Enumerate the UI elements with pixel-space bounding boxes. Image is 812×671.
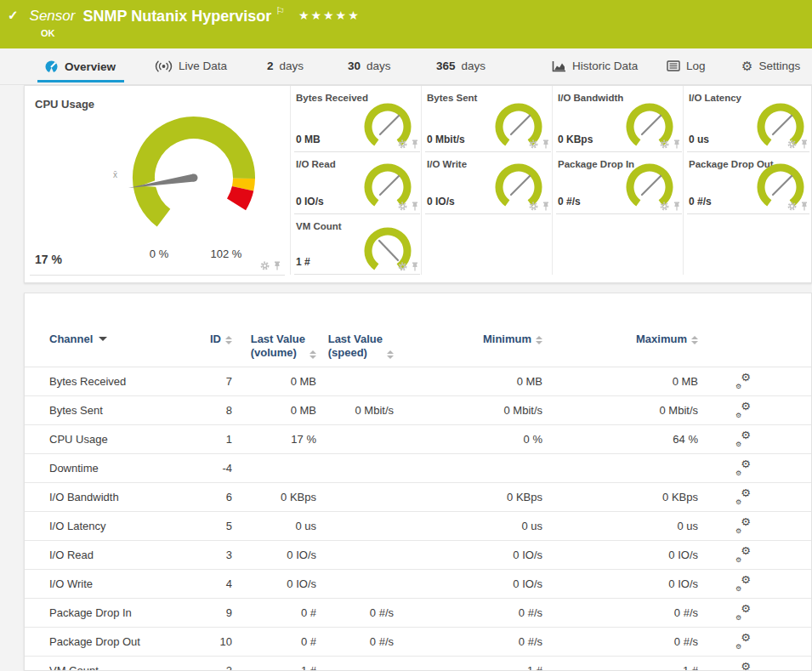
tab-365-days[interactable]: 365 days: [436, 60, 485, 72]
channel-name[interactable]: VM Count: [49, 664, 198, 671]
channel-name[interactable]: Package Drop Out: [49, 635, 198, 648]
gear-icon: ⚙: [741, 547, 751, 557]
tab-settings[interactable]: ⚙ Settings: [741, 60, 800, 72]
gear-icon[interactable]: [660, 139, 669, 149]
pin-icon[interactable]: [411, 139, 419, 149]
priority-stars[interactable]: ★★★★★: [298, 7, 361, 24]
pin-icon[interactable]: [673, 202, 681, 211]
channel-settings-button[interactable]: ⚙⚙: [734, 402, 752, 417]
table-row[interactable]: Bytes Received70 MB0 MB0 MB⚙⚙: [25, 367, 811, 396]
gauge-cell-i-o-bandwidth[interactable]: I/O Bandwidth0 KBps: [556, 86, 684, 152]
gauge-value: 1 #: [296, 256, 310, 268]
channel-settings-button[interactable]: ⚙⚙: [734, 547, 752, 561]
gear-icon: ⚙: [735, 383, 741, 390]
channel-settings-button[interactable]: ⚙⚙: [734, 489, 752, 503]
gauge-title: CPU Usage: [35, 98, 94, 111]
pin-icon[interactable]: [673, 139, 681, 149]
gear-icon[interactable]: [529, 139, 538, 149]
gear-icon[interactable]: [787, 202, 797, 211]
channel-settings-button[interactable]: ⚙⚙: [734, 460, 752, 475]
gauge-cell-i-o-write[interactable]: I/O Write0 IO/s: [425, 152, 553, 214]
channel-name[interactable]: I/O Read: [49, 549, 198, 561]
last-value-volume: 0 us: [232, 520, 316, 532]
gauge-cell-package-drop-out[interactable]: Package Drop Out0 #/s: [687, 152, 811, 214]
sort-icon: [691, 336, 698, 344]
gauge-cell-package-drop-in[interactable]: Package Drop In0 #/s: [556, 152, 684, 214]
tab-number: 30: [348, 60, 361, 72]
column-header-id[interactable]: ID: [198, 333, 232, 345]
maximum-value: 0 #/s: [542, 606, 698, 619]
tab-live-data[interactable]: Live Data: [155, 60, 227, 72]
tab-log[interactable]: Log: [667, 60, 706, 72]
maximum-value: 0 IO/s: [542, 577, 698, 590]
gauge-cell-i-o-read[interactable]: I/O Read0 IO/s: [294, 152, 422, 214]
maximum-value: 0 Mbit/s: [542, 404, 698, 417]
table-row[interactable]: CPU Usage117 %0 %64 %⚙⚙: [25, 425, 811, 454]
gear-icon[interactable]: [398, 262, 407, 271]
column-header-last-value-speed[interactable]: Last Value (speed): [316, 333, 394, 360]
table-row[interactable]: I/O Bandwidth60 KBps0 KBps0 KBps⚙⚙: [25, 483, 811, 512]
historic-chart-icon: [552, 60, 566, 72]
table-row[interactable]: I/O Read30 IO/s0 IO/s0 IO/s⚙⚙: [25, 541, 811, 570]
channel-settings-button[interactable]: ⚙⚙: [734, 634, 752, 648]
tab-overview[interactable]: Overview: [44, 60, 116, 74]
column-header-channel[interactable]: Channel: [49, 333, 198, 345]
gear-icon: ⚙: [741, 402, 751, 412]
pin-icon[interactable]: [542, 139, 550, 149]
cell-divider: [30, 275, 285, 276]
table-row[interactable]: Package Drop Out100 #0 #/s0 #/s0 #/s⚙⚙: [25, 628, 811, 657]
table-row[interactable]: Downtime-4⚙⚙: [25, 454, 811, 483]
table-row[interactable]: Package Drop In90 #0 #/s0 #/s0 #/s⚙⚙: [25, 599, 811, 628]
tab-2-days[interactable]: 2 days: [267, 60, 304, 72]
channel-id: 5: [198, 520, 232, 532]
channel-settings-button[interactable]: ⚙⚙: [734, 431, 752, 446]
gear-icon: ⚙: [741, 634, 751, 644]
flag-icon[interactable]: ⚐: [275, 5, 285, 17]
gear-icon[interactable]: [260, 261, 270, 270]
gear-icon: ⚙: [741, 662, 751, 671]
pin-icon[interactable]: [800, 139, 809, 149]
minimum-value: 0 #/s: [394, 606, 542, 619]
gauge-cell-i-o-latency[interactable]: I/O Latency0 us: [687, 86, 811, 152]
last-value-volume: 0 MB: [232, 375, 316, 388]
gear-icon[interactable]: [787, 139, 797, 149]
pin-icon[interactable]: [411, 262, 419, 271]
gear-icon[interactable]: [398, 139, 407, 149]
channel-name[interactable]: Package Drop In: [49, 606, 198, 619]
channel-settings-button[interactable]: ⚙⚙: [734, 576, 752, 590]
channel-name[interactable]: Bytes Received: [49, 375, 198, 388]
table-row[interactable]: I/O Latency50 us0 us0 us⚙⚙: [25, 512, 811, 541]
last-value-volume: 0 KBps: [232, 491, 316, 503]
channel-name[interactable]: Bytes Sent: [49, 404, 198, 417]
table-row[interactable]: I/O Write40 IO/s0 IO/s0 IO/s⚙⚙: [25, 570, 811, 599]
tab-30-days[interactable]: 30 days: [348, 60, 391, 72]
pin-icon[interactable]: [800, 202, 809, 211]
channel-settings-button[interactable]: ⚙⚙: [734, 605, 752, 619]
channel-name[interactable]: CPU Usage: [49, 433, 198, 446]
channel-name[interactable]: I/O Bandwidth: [49, 491, 198, 503]
channel-settings-button[interactable]: ⚙⚙: [734, 518, 752, 532]
sort-icon: [309, 350, 316, 359]
channel-name[interactable]: I/O Write: [49, 577, 198, 590]
pin-icon[interactable]: [273, 261, 281, 270]
gauge-cell-vm-count[interactable]: VM Count1 #: [294, 214, 422, 275]
channel-name[interactable]: I/O Latency: [49, 520, 198, 532]
channel-name[interactable]: Downtime: [49, 462, 198, 475]
gauge-cell-bytes-sent[interactable]: Bytes Sent0 Mbit/s: [425, 86, 553, 152]
pin-icon[interactable]: [411, 202, 419, 211]
gauge-cell-cpu-usage[interactable]: CPU Usage x̄ 0 % 102 % 17 %: [25, 86, 290, 284]
tab-historic-data[interactable]: Historic Data: [552, 60, 638, 72]
channel-settings-button[interactable]: ⚙⚙: [734, 373, 752, 388]
maximum-value: 1 #: [542, 664, 698, 671]
table-row[interactable]: VM Count21 #1 #1 #⚙⚙: [25, 657, 811, 671]
gauge-cell-bytes-received[interactable]: Bytes Received0 MB: [294, 86, 422, 152]
column-header-last-value-volume[interactable]: Last Value (volume): [232, 333, 316, 360]
table-row[interactable]: Bytes Sent80 MB0 Mbit/s0 Mbit/s0 Mbit/s⚙…: [25, 396, 811, 425]
column-header-minimum[interactable]: Minimum: [394, 333, 542, 345]
gear-icon[interactable]: [529, 202, 538, 211]
column-header-maximum[interactable]: Maximum: [542, 333, 698, 345]
channel-settings-button[interactable]: ⚙⚙: [734, 662, 752, 671]
pin-icon[interactable]: [542, 202, 550, 211]
gear-icon[interactable]: [398, 202, 407, 211]
gear-icon[interactable]: [660, 202, 669, 211]
